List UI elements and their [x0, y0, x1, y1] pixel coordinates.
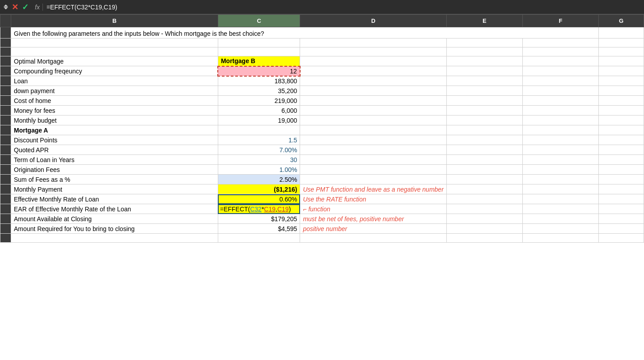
amount-available-label: Amount Available at Closing — [11, 214, 218, 224]
compounding-value[interactable]: 12 — [218, 66, 300, 76]
row-discount-points: Discount Points 1.5 — [0, 135, 644, 145]
empty-g1 — [599, 27, 644, 39]
term-value[interactable]: 30 — [218, 155, 300, 165]
amount-available-value[interactable]: $179,205 — [218, 214, 300, 224]
sum-fees-value[interactable]: 2.50% — [218, 175, 300, 184]
row-amount-required: Amount Required for You to bring to clos… — [0, 224, 644, 234]
compounding-label: Compounding freqeuncy — [11, 66, 218, 76]
row-header-1 — [0, 27, 11, 39]
row-quoted-apr: Quoted APR 7.00% — [0, 145, 644, 155]
row-monthly-budget: Monthly budget 19,000 — [0, 116, 644, 125]
description-cell: Given the following parameters and the i… — [11, 27, 599, 39]
eff-monthly-value[interactable]: 0.60% — [218, 194, 300, 204]
amount-available-note: must be net of fees, positive number — [300, 214, 446, 224]
row-sum-fees: Sum of Fees as a % 2.50% — [0, 175, 644, 184]
scroll-arrows[interactable] — [4, 4, 8, 9]
row-eff-monthly: Effective Monthly Rate of Loan 0.60% Use… — [0, 194, 644, 204]
empty-row-2 — [0, 39, 644, 47]
row-amount-available: Amount Available at Closing $179,205 mus… — [0, 214, 644, 224]
cost-of-home-value[interactable]: 219,000 — [218, 96, 300, 106]
quoted-apr-label: Quoted APR — [11, 145, 218, 155]
row-optimal-mortgage: Optimal Mortgage Mortgage B — [0, 56, 644, 66]
formula-input[interactable] — [47, 4, 640, 11]
eff-monthly-note: Use the RATE function — [300, 194, 446, 204]
col-header-e[interactable]: E — [446, 15, 522, 27]
down-payment-label: down payment — [11, 86, 218, 96]
down-payment-value[interactable]: 35,200 — [218, 86, 300, 96]
quoted-apr-value[interactable]: 7.00% — [218, 145, 300, 155]
discount-points-value[interactable]: 1.5 — [218, 135, 300, 145]
col-header-c[interactable]: C — [218, 15, 300, 27]
description-text: Given the following parameters and the i… — [14, 30, 264, 37]
ear-value[interactable]: =EFFECT(C32*C19,C19) — [218, 204, 300, 214]
row-loan: Loan 183,800 — [0, 76, 644, 86]
cancel-button[interactable]: ✕ — [12, 2, 18, 12]
arrow-up-icon[interactable] — [4, 4, 8, 7]
sum-fees-label: Sum of Fees as a % — [11, 175, 218, 184]
empty-row-3 — [0, 47, 644, 56]
monthly-payment-note: Use PMT function and leave as a negative… — [300, 184, 446, 194]
monthly-budget-label: Monthly budget — [11, 116, 218, 125]
discount-points-label: Discount Points — [11, 135, 218, 145]
fx-label: fx — [32, 4, 43, 11]
monthly-payment-label: Monthly Payment — [11, 184, 218, 194]
amount-required-label: Amount Required for You to bring to clos… — [11, 224, 218, 234]
col-header-d[interactable]: D — [300, 15, 446, 27]
description-row: Given the following parameters and the i… — [0, 27, 644, 39]
amount-required-value[interactable]: $4,595 — [218, 224, 300, 234]
loan-label: Loan — [11, 76, 218, 86]
amount-required-note: positive number — [300, 224, 446, 234]
mortgage-a-label: Mortgage A — [11, 125, 218, 135]
ear-label: EAR of Effective Monthly Rate of the Loa… — [11, 204, 218, 214]
monthly-budget-value[interactable]: 19,000 — [218, 116, 300, 125]
empty-row-end — [0, 234, 644, 243]
origination-value[interactable]: 1.00% — [218, 165, 300, 175]
row-mortgage-a: Mortgage A — [0, 125, 644, 135]
col-header-b[interactable]: B — [11, 15, 218, 27]
col-header-f[interactable]: F — [522, 15, 598, 27]
eff-monthly-label: Effective Monthly Rate of Loan — [11, 194, 218, 204]
corner-header — [0, 15, 11, 27]
row-cost-of-home: Cost of home 219,000 — [0, 96, 644, 106]
cost-of-home-label: Cost of home — [11, 96, 218, 106]
row-term: Term of Loan in Years 30 — [0, 155, 644, 165]
optimal-mortgage-value[interactable]: Mortgage B — [218, 56, 300, 66]
confirm-button[interactable]: ✓ — [22, 2, 29, 12]
money-for-fees-value[interactable]: 6,000 — [218, 106, 300, 116]
optimal-mortgage-label: Optimal Mortgage — [11, 56, 218, 66]
formula-text: =EFFECT(C32*C19,C19) — [220, 206, 291, 213]
row-monthly-payment: Monthly Payment ($1,216) Use PMT functio… — [0, 184, 644, 194]
col-header-g[interactable]: G — [599, 15, 644, 27]
spreadsheet: B C D E F G Given the following paramete… — [0, 14, 644, 243]
row-compounding: Compounding freqeuncy 12 — [0, 66, 644, 76]
row-money-for-fees: Money for fees 6,000 — [0, 106, 644, 116]
term-label: Term of Loan in Years — [11, 155, 218, 165]
origination-label: Origination Fees — [11, 165, 218, 175]
loan-value[interactable]: 183,800 — [218, 76, 300, 86]
formula-bar: ✕ ✓ fx — [0, 0, 644, 14]
monthly-payment-value[interactable]: ($1,216) — [218, 184, 300, 194]
arrow-down-icon[interactable] — [4, 7, 8, 9]
row-origination: Origination Fees 1.00% — [0, 165, 644, 175]
row-ear: EAR of Effective Monthly Rate of the Loa… — [0, 204, 644, 214]
row-down-payment: down payment 35,200 — [0, 86, 644, 96]
column-header-row: B C D E F G — [0, 15, 644, 27]
ear-note: ⌐ function — [300, 204, 446, 214]
money-for-fees-label: Money for fees — [11, 106, 218, 116]
